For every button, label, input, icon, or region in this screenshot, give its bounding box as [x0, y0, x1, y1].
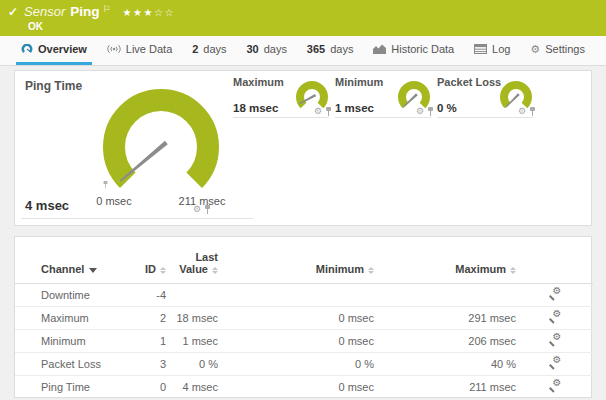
channel-maximum: 291 msec [374, 307, 516, 330]
table-row-maximum: Maximum 2 18 msec 0 msec 291 msec [15, 307, 593, 330]
gauge-settings-icon[interactable]: ⚙ [518, 106, 526, 116]
gear-icon: ⚙ [530, 43, 540, 56]
channel-settings-icon[interactable] [548, 311, 562, 324]
sensor-status-badge: OK [28, 21, 43, 32]
gauge-settings-icon[interactable]: ⚙ [193, 204, 201, 214]
mini-gauge-value: 0 % [437, 102, 457, 114]
gauge-divider [21, 218, 253, 219]
sort-icon [212, 267, 218, 274]
sensor-kind-label: Sensor [24, 4, 65, 19]
tab-label: Overview [38, 43, 87, 55]
mini-gauge-minimum: Minimum 1 msec ⚙ [335, 76, 431, 118]
area-chart-icon [373, 44, 386, 54]
mini-gauge-title: Maximum [233, 76, 284, 88]
gauge-controls: ⚙ [518, 106, 535, 116]
gauge-icon [21, 44, 33, 55]
tab-settings[interactable]: ⚙ Settings [525, 36, 590, 65]
gauge-controls: ⚙ [193, 204, 210, 214]
tab-number: 2 [192, 43, 198, 55]
column-label: ID [145, 263, 156, 275]
tab-label: Settings [545, 43, 585, 55]
tab-live-data[interactable]: Live Data [102, 36, 177, 65]
sensor-title-row: ✓ Sensor Ping ⚐ ★★★☆☆ [8, 4, 175, 19]
gauge-controls: ⚙ [314, 106, 331, 116]
broadcast-icon [107, 44, 121, 54]
channel-settings-icon[interactable] [548, 357, 562, 370]
tab-30-days[interactable]: 30 days [241, 36, 292, 65]
channel-name: Maximum [15, 307, 140, 330]
sort-desc-icon [89, 268, 97, 273]
tab-bar: Overview Live Data 2 days 30 days 365 da… [0, 36, 606, 66]
column-header-minimum[interactable]: Minimum [218, 237, 374, 284]
channel-id: 1 [140, 330, 170, 353]
tab-label: days [203, 43, 226, 55]
tab-historic-data[interactable]: Historic Data [368, 36, 459, 65]
gauge-limit-pin-icon [104, 181, 108, 188]
channel-minimum: 0 msec [218, 307, 374, 330]
tab-number: 30 [246, 43, 258, 55]
column-header-settings [516, 237, 593, 284]
table-row-ping-time: Ping Time 0 4 msec 0 msec 211 msec [15, 376, 593, 399]
channel-id: 2 [140, 307, 170, 330]
gauge-controls: ⚙ [416, 106, 433, 116]
column-label: Minimum [316, 263, 364, 275]
tab-label: Live Data [126, 43, 172, 55]
channel-maximum: 206 msec [374, 330, 516, 353]
channel-last-value: 0 % [170, 353, 218, 376]
channel-settings-icon[interactable] [548, 380, 562, 393]
gauge-settings-icon[interactable]: ⚙ [314, 106, 322, 116]
priority-stars[interactable]: ★★★☆☆ [123, 7, 175, 18]
mini-gauge-maximum: Maximum 18 msec ⚙ [233, 76, 329, 118]
sort-icon [160, 267, 166, 274]
gauge-settings-icon[interactable]: ⚙ [416, 106, 424, 116]
tab-label: days [264, 43, 287, 55]
sort-icon [368, 267, 374, 274]
log-table-icon [474, 44, 487, 54]
channel-name: Packet Loss [15, 353, 140, 376]
prtg-sensor-page: ✓ Sensor Ping ⚐ ★★★☆☆ OK Overview Live D… [0, 0, 606, 400]
channel-last-value: 18 msec [170, 307, 218, 330]
channel-name: Minimum [15, 330, 140, 353]
gauge-pin-icon[interactable] [205, 205, 210, 214]
primary-gauge-title: Ping Time [25, 79, 82, 93]
table-row-downtime: Downtime -4 [15, 284, 593, 307]
sort-icon [510, 267, 516, 274]
channel-maximum [374, 284, 516, 307]
channel-minimum: 0 msec [218, 330, 374, 353]
primary-gauge-value: 4 msec [25, 198, 69, 213]
column-header-maximum[interactable]: Maximum [374, 237, 516, 284]
sensor-header: ✓ Sensor Ping ⚐ ★★★☆☆ OK [0, 0, 606, 36]
gauge-pin-icon[interactable] [530, 107, 535, 116]
table-row-minimum: Minimum 1 1 msec 0 msec 206 msec [15, 330, 593, 353]
column-header-channel[interactable]: Channel [15, 237, 140, 284]
channel-minimum [218, 284, 374, 307]
mini-gauge-title: Packet Loss [437, 76, 501, 88]
mini-gauge-value: 18 msec [233, 102, 278, 114]
gauge-pin-icon[interactable] [428, 107, 433, 116]
ping-time-gauge [96, 85, 226, 207]
tab-365-days[interactable]: 365 days [302, 36, 359, 65]
tab-2-days[interactable]: 2 days [187, 36, 231, 65]
channel-maximum: 211 msec [374, 376, 516, 399]
gauge-pin-icon[interactable] [326, 107, 331, 116]
tab-number: 365 [307, 43, 325, 55]
channel-minimum: 0 msec [218, 376, 374, 399]
channel-last-value: 4 msec [170, 376, 218, 399]
tab-overview[interactable]: Overview [16, 36, 92, 65]
status-check-icon: ✓ [8, 5, 18, 19]
channel-minimum: 0 % [218, 353, 374, 376]
channel-name: Ping Time [15, 376, 140, 399]
mini-gauge-packet-loss: Packet Loss 0 % ⚙ [437, 76, 533, 118]
flag-icon[interactable]: ⚐ [103, 4, 111, 14]
channel-settings-icon[interactable] [548, 288, 562, 301]
channel-id: 0 [140, 376, 170, 399]
sensor-title: Ping [70, 4, 99, 19]
column-header-last-value[interactable]: Last Value [170, 237, 218, 284]
column-header-id[interactable]: ID [140, 237, 170, 284]
tab-log[interactable]: Log [469, 36, 515, 65]
channel-maximum: 40 % [374, 353, 516, 376]
channel-name: Downtime [15, 284, 140, 307]
table-header-row: Channel ID Last Value Minimum Maximum [15, 237, 593, 284]
channel-id: -4 [140, 284, 170, 307]
channel-settings-icon[interactable] [548, 334, 562, 347]
